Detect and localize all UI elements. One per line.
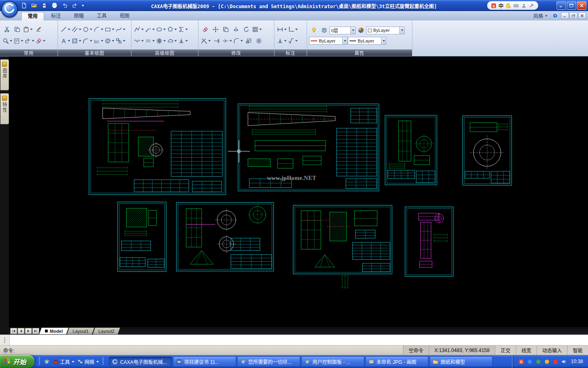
toolbar-options-icon[interactable]	[82, 5, 84, 8]
copy-button[interactable]	[12, 25, 22, 34]
status-toggle[interactable]: 智能	[567, 346, 588, 355]
erase-button[interactable]	[200, 25, 210, 34]
minimize-button[interactable]	[557, 1, 566, 10]
layout-tab-model[interactable]: Model	[39, 328, 69, 334]
datum-button[interactable]	[276, 36, 287, 46]
caxa-logo-icon[interactable]	[1, 1, 18, 18]
dotgreen-tray-icon[interactable]	[535, 359, 541, 365]
ribbon-tab-1[interactable]: 常用	[21, 12, 44, 20]
cut-button[interactable]	[2, 25, 12, 34]
redo-button[interactable]	[71, 1, 79, 9]
explode-button[interactable]	[254, 36, 264, 46]
paste-button[interactable]	[22, 25, 33, 34]
block-button[interactable]	[115, 36, 126, 46]
arc-button[interactable]	[93, 25, 104, 34]
nav-first-button[interactable]	[10, 328, 17, 334]
bulb-button[interactable]	[309, 25, 319, 35]
kbd-icon-button[interactable]	[513, 3, 519, 9]
nav-prev-button[interactable]	[18, 328, 24, 334]
side-tab-2[interactable]: 特性	[0, 93, 9, 124]
ribbon-tab-5[interactable]: 视图	[114, 12, 136, 20]
redo-button[interactable]	[24, 36, 35, 46]
move-button[interactable]	[211, 25, 220, 34]
sogou-tray-icon[interactable]: S	[518, 359, 524, 365]
dotgold-tray-icon[interactable]	[544, 359, 550, 365]
close-button[interactable]	[577, 1, 586, 10]
leader-button[interactable]	[145, 25, 155, 34]
linetype-select[interactable]: ByLayer	[309, 37, 347, 45]
datum-button[interactable]	[178, 36, 188, 46]
ime-toolbar[interactable]: S中	[487, 1, 538, 10]
new-button[interactable]	[20, 1, 28, 9]
dim-button[interactable]	[276, 25, 287, 34]
task-button[interactable]: W项目建议书 11...	[173, 357, 236, 367]
speaker-tray-icon[interactable]	[561, 359, 567, 365]
copy-button[interactable]	[221, 25, 231, 34]
color-select[interactable]: ByLayer	[366, 27, 405, 34]
ime-language-indicator[interactable]: 中	[499, 2, 503, 9]
dotred-tray-icon[interactable]	[552, 359, 559, 365]
chamfer-button[interactable]	[82, 36, 93, 46]
cloud-button[interactable]	[167, 36, 177, 46]
spline-button[interactable]	[115, 25, 126, 34]
polygon-button[interactable]	[167, 25, 177, 34]
maximize-button[interactable]	[567, 1, 576, 10]
rough-button[interactable]	[287, 36, 298, 46]
layout-tab-layout2[interactable]: Layout2	[93, 328, 120, 334]
formula-button[interactable]	[178, 25, 188, 34]
status-toggle[interactable]: 正交	[495, 346, 516, 355]
text-button[interactable]	[60, 36, 71, 46]
task-button[interactable]: e您所需要的一切尽...	[237, 357, 300, 367]
polyline-button[interactable]	[134, 25, 144, 34]
taskbar-toolbar[interactable]: 网络	[77, 358, 99, 365]
colorwheel-button[interactable]	[356, 25, 366, 35]
moon-icon-button[interactable]	[506, 3, 511, 9]
nav-last-button[interactable]	[32, 328, 39, 334]
status-toggle[interactable]: 线宽	[516, 346, 537, 355]
dline-button[interactable]	[145, 36, 155, 46]
nav-next-button[interactable]	[25, 328, 32, 334]
taskbar-toolbar[interactable]: 工具	[53, 358, 74, 365]
command-window[interactable]	[0, 334, 588, 345]
task-button[interactable]: 未命名.JPG - 画图	[365, 357, 428, 367]
doc-restore-button[interactable]	[570, 12, 577, 19]
open-button[interactable]	[30, 1, 38, 9]
rect-button[interactable]	[104, 25, 115, 34]
ribbon-tab-2[interactable]: 标注	[45, 12, 67, 20]
gear-button[interactable]	[156, 36, 166, 46]
undo-button[interactable]	[60, 1, 69, 9]
status-toggle[interactable]: 动态输入	[537, 346, 567, 355]
circle-button[interactable]	[82, 25, 93, 34]
task-button[interactable]: e用户控制面板 - ...	[301, 357, 364, 367]
coord-button[interactable]	[287, 25, 298, 34]
stretch-button[interactable]	[212, 36, 221, 46]
line-button[interactable]	[60, 25, 71, 34]
scale-button[interactable]	[244, 36, 254, 46]
erase-button[interactable]	[35, 36, 46, 46]
trim-button[interactable]	[200, 36, 211, 46]
hatch-button[interactable]	[71, 36, 82, 46]
doc-close-button[interactable]	[578, 12, 586, 19]
task-button[interactable]: 图纸和模型	[430, 357, 492, 367]
ribbon-tab-4[interactable]: 工具	[91, 12, 113, 20]
break-button[interactable]	[222, 36, 232, 46]
ribbon-tab-3[interactable]: 图幅	[68, 12, 90, 20]
brush-button[interactable]	[33, 25, 43, 34]
layout-tab-layout1[interactable]: Layout1	[67, 328, 94, 334]
taskbar-handle[interactable]	[102, 357, 104, 366]
side-tab-1[interactable]: 图库	[0, 59, 9, 90]
array-button[interactable]	[252, 25, 262, 34]
rotate-button[interactable]	[241, 25, 251, 34]
pline-button[interactable]	[71, 25, 82, 34]
dotblue-tray-icon[interactable]	[527, 359, 533, 365]
prnprev-button[interactable]	[13, 36, 24, 46]
help-icon[interactable]: ?	[552, 13, 558, 19]
ellipse-button[interactable]	[156, 25, 166, 34]
lineweight-select[interactable]: ByLayer	[348, 37, 386, 45]
layers-button[interactable]	[319, 25, 329, 35]
fillet-button[interactable]	[233, 36, 243, 46]
zoom-button[interactable]	[2, 36, 13, 46]
wave-button[interactable]	[134, 36, 144, 46]
start-button[interactable]: 开始	[0, 355, 34, 368]
doc-minimize-button[interactable]	[561, 12, 569, 19]
